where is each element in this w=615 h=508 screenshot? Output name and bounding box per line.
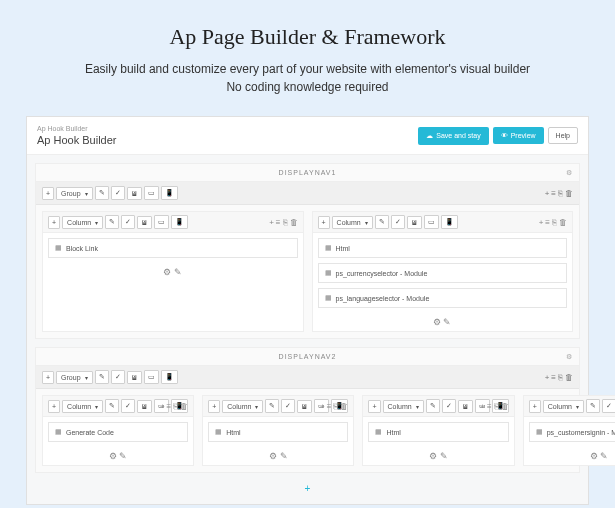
- duplicate-icon[interactable]: ⎘: [333, 402, 338, 411]
- edit-button[interactable]: ✎: [586, 399, 600, 413]
- plus-icon[interactable]: +: [545, 189, 550, 198]
- mobile-icon[interactable]: 📱: [161, 370, 178, 384]
- toolbar: + Column ✎ ✓ 🖥 ▭ 📱 + ≡ ⎘ 🗑: [43, 396, 193, 417]
- group-dropdown[interactable]: Group: [56, 187, 92, 200]
- duplicate-icon[interactable]: ⎘: [494, 402, 499, 411]
- widget[interactable]: ▦ps_languageselector - Module: [318, 288, 568, 308]
- edit-button[interactable]: ✎: [265, 399, 279, 413]
- trash-icon[interactable]: 🗑: [559, 218, 567, 227]
- edit-button[interactable]: ✎: [426, 399, 440, 413]
- trash-icon[interactable]: 🗑: [340, 402, 348, 411]
- edit-button[interactable]: ✎: [105, 215, 119, 229]
- preview-button[interactable]: 👁Preview: [493, 127, 544, 144]
- edit-button[interactable]: ✎: [375, 215, 389, 229]
- add-widget-row[interactable]: ⚙ ✎: [203, 447, 353, 465]
- plus-icon[interactable]: +: [160, 402, 165, 411]
- desktop-icon[interactable]: 🖥: [407, 216, 422, 229]
- check-button[interactable]: ✓: [602, 399, 615, 413]
- add-widget-row[interactable]: ⚙ ✎: [43, 447, 193, 465]
- menu-icon[interactable]: ≡: [551, 189, 556, 198]
- plus-icon[interactable]: +: [320, 402, 325, 411]
- menu-icon[interactable]: ≡: [551, 373, 556, 382]
- add-section-button[interactable]: +: [35, 481, 580, 496]
- widget[interactable]: ▦ps_currencyselector - Module: [318, 263, 568, 283]
- add-button[interactable]: +: [529, 400, 541, 413]
- save-button[interactable]: ☁Save and stay: [418, 127, 488, 145]
- edit-button[interactable]: ✎: [105, 399, 119, 413]
- widget[interactable]: ▦Html: [318, 238, 568, 258]
- tablet-icon[interactable]: ▭: [144, 186, 159, 200]
- column-dropdown[interactable]: Column: [543, 400, 584, 413]
- toolbar: + Column ✎ ✓ 🖥 ▭ 📱 + ≡ ⎘ 🗑: [43, 212, 303, 233]
- group-dropdown[interactable]: Group: [56, 371, 92, 384]
- desktop-icon[interactable]: 🖥: [458, 400, 473, 413]
- add-button[interactable]: +: [208, 400, 220, 413]
- plus-icon[interactable]: +: [480, 402, 485, 411]
- plus-icon[interactable]: +: [539, 218, 544, 227]
- trash-icon[interactable]: 🗑: [565, 373, 573, 382]
- duplicate-icon[interactable]: ⎘: [558, 189, 563, 198]
- gear-icon[interactable]: ⚙: [566, 169, 573, 177]
- desktop-icon[interactable]: 🖥: [127, 187, 142, 200]
- check-button[interactable]: ✓: [111, 370, 125, 384]
- add-widget-row[interactable]: ⚙ ✎: [43, 263, 303, 281]
- widget-label: ps_customersignin - Module: [547, 429, 615, 436]
- column-dropdown[interactable]: Column: [383, 400, 424, 413]
- tablet-icon[interactable]: ▭: [144, 370, 159, 384]
- add-button[interactable]: +: [318, 216, 330, 229]
- add-widget-row[interactable]: ⚙ ✎: [524, 447, 615, 465]
- mobile-icon[interactable]: 📱: [171, 215, 188, 229]
- duplicate-icon[interactable]: ⎘: [283, 218, 288, 227]
- add-widget-row[interactable]: ⚙ ✎: [313, 313, 573, 331]
- column-dropdown[interactable]: Column: [222, 400, 263, 413]
- add-widget-row[interactable]: ⚙ ✎: [363, 447, 513, 465]
- menu-icon[interactable]: ≡: [487, 402, 492, 411]
- trash-icon[interactable]: 🗑: [501, 402, 509, 411]
- duplicate-icon[interactable]: ⎘: [552, 218, 557, 227]
- tablet-icon[interactable]: ▭: [154, 215, 169, 229]
- menu-icon[interactable]: ≡: [167, 402, 172, 411]
- menu-icon[interactable]: ≡: [276, 218, 281, 227]
- module-icon: ▦: [325, 294, 332, 302]
- desktop-icon[interactable]: 🖥: [137, 400, 152, 413]
- add-button[interactable]: +: [48, 400, 60, 413]
- cloud-icon: ☁: [426, 132, 433, 140]
- desktop-icon[interactable]: 🖥: [137, 216, 152, 229]
- plus-icon[interactable]: +: [545, 373, 550, 382]
- check-button[interactable]: ✓: [442, 399, 456, 413]
- trash-icon[interactable]: 🗑: [290, 218, 298, 227]
- edit-button[interactable]: ✎: [95, 186, 109, 200]
- column-dropdown[interactable]: Column: [62, 400, 103, 413]
- add-button[interactable]: +: [42, 187, 54, 200]
- duplicate-icon[interactable]: ⎘: [558, 373, 563, 382]
- tablet-icon[interactable]: ▭: [424, 215, 439, 229]
- widget[interactable]: ▦Generate Code: [48, 422, 188, 442]
- check-button[interactable]: ✓: [281, 399, 295, 413]
- widget[interactable]: ▦Block Link: [48, 238, 298, 258]
- add-button[interactable]: +: [368, 400, 380, 413]
- widget[interactable]: ▦Html: [368, 422, 508, 442]
- desktop-icon[interactable]: 🖥: [297, 400, 312, 413]
- check-button[interactable]: ✓: [121, 215, 135, 229]
- plus-icon[interactable]: +: [269, 218, 274, 227]
- trash-icon[interactable]: 🗑: [565, 189, 573, 198]
- column-dropdown[interactable]: Column: [332, 216, 373, 229]
- check-button[interactable]: ✓: [391, 215, 405, 229]
- column-dropdown[interactable]: Column: [62, 216, 103, 229]
- gear-icon[interactable]: ⚙: [566, 353, 573, 361]
- help-button[interactable]: Help: [548, 127, 578, 144]
- widget[interactable]: ▦ps_customersignin - Module: [529, 422, 615, 442]
- menu-icon[interactable]: ≡: [545, 218, 550, 227]
- add-button[interactable]: +: [48, 216, 60, 229]
- check-button[interactable]: ✓: [121, 399, 135, 413]
- check-button[interactable]: ✓: [111, 186, 125, 200]
- menu-icon[interactable]: ≡: [327, 402, 332, 411]
- duplicate-icon[interactable]: ⎘: [173, 402, 178, 411]
- edit-button[interactable]: ✎: [95, 370, 109, 384]
- mobile-icon[interactable]: 📱: [441, 215, 458, 229]
- add-button[interactable]: +: [42, 371, 54, 384]
- mobile-icon[interactable]: 📱: [161, 186, 178, 200]
- trash-icon[interactable]: 🗑: [180, 402, 188, 411]
- desktop-icon[interactable]: 🖥: [127, 371, 142, 384]
- widget[interactable]: ▦Html: [208, 422, 348, 442]
